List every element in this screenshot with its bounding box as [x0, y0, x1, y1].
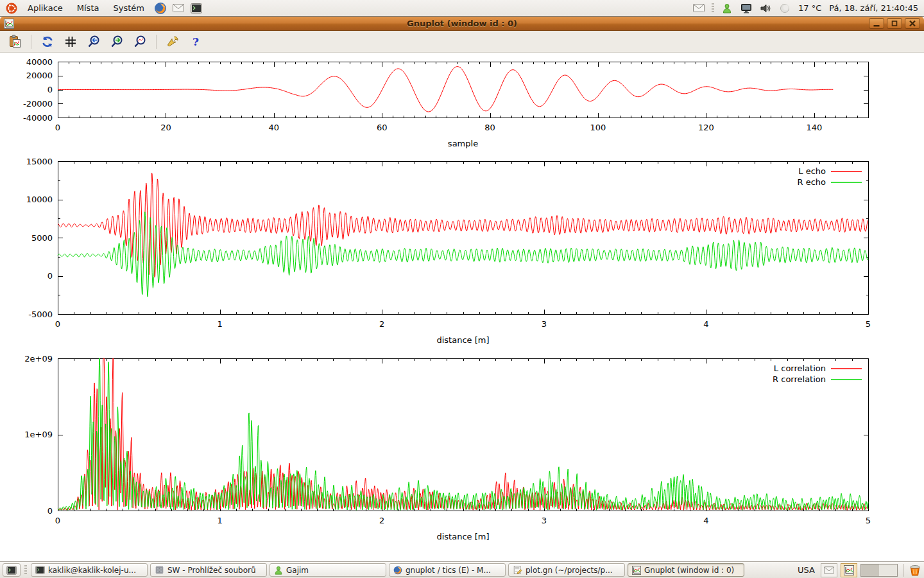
zoom-next-button[interactable] — [108, 33, 125, 50]
svg-text:R echo: R echo — [797, 177, 826, 187]
panel-left: Aplikace Místa Systém — [4, 1, 204, 16]
menu-system[interactable]: Systém — [107, 1, 150, 15]
taskbar-handle[interactable] — [24, 565, 27, 575]
copy-plot-button[interactable] — [6, 33, 23, 50]
task-label: Gajim — [286, 566, 382, 575]
configure-button[interactable] — [164, 33, 181, 50]
svg-text:R correlation: R correlation — [773, 374, 826, 384]
firefox-icon[interactable] — [153, 1, 168, 16]
svg-text:2: 2 — [379, 516, 384, 525]
mail-notification-icon[interactable] — [691, 1, 706, 16]
svg-text:0: 0 — [47, 506, 53, 516]
toolbar-separator — [31, 35, 31, 49]
firefox-icon — [393, 566, 402, 575]
taskbar-separator — [903, 564, 903, 577]
svg-text:3: 3 — [542, 516, 547, 525]
taskbar-right: USA — [795, 563, 921, 577]
chart-correlation[interactable]: 01234501e+092e+09distance [m]L correlati… — [0, 353, 924, 546]
svg-text:1e+09: 1e+09 — [24, 430, 53, 439]
window-title: Gnuplot (window id : 0) — [0, 19, 924, 28]
svg-text:1: 1 — [217, 516, 222, 525]
gajim-tray-icon[interactable] — [719, 1, 735, 16]
svg-text:1: 1 — [217, 319, 222, 329]
gajim-icon — [274, 566, 283, 575]
help-button[interactable]: ? — [187, 33, 204, 50]
svg-text:0: 0 — [55, 319, 60, 329]
svg-text:2: 2 — [379, 319, 384, 329]
task-button-file-manager[interactable]: SW - Prohlížeč souborů — [150, 563, 267, 577]
svg-text:0: 0 — [47, 85, 53, 94]
svg-text:L echo: L echo — [798, 166, 826, 176]
task-button-gajim[interactable]: Gajim — [270, 563, 386, 577]
task-label: Gnuplot (window id : 0) — [644, 566, 740, 575]
applet-handle[interactable] — [712, 3, 714, 13]
svg-text:20: 20 — [160, 123, 171, 132]
svg-text:5: 5 — [866, 516, 871, 525]
toolbar-separator — [156, 35, 157, 49]
window-titlebar[interactable]: Gnuplot (window id : 0) — [0, 17, 924, 31]
svg-text:20000: 20000 — [26, 71, 53, 80]
zoom-region-button[interactable] — [132, 33, 148, 50]
chart-sample[interactable]: 020406080100120140-40000-200000200004000… — [0, 57, 924, 154]
help-icon: ? — [193, 35, 199, 48]
svg-text:0: 0 — [47, 271, 53, 281]
task-button-terminal[interactable]: kaklik@kaklik-kolej-u... — [31, 563, 148, 577]
display-icon[interactable] — [739, 1, 754, 16]
svg-text:40: 40 — [269, 123, 280, 132]
svg-text:sample: sample — [448, 139, 478, 148]
svg-text:-40000: -40000 — [23, 113, 53, 123]
svg-text:2e+09: 2e+09 — [24, 354, 53, 363]
svg-text:4: 4 — [703, 319, 708, 329]
svg-text:0: 0 — [55, 516, 60, 525]
temperature-label[interactable]: 17 °C — [796, 3, 823, 13]
workspace-1[interactable] — [861, 565, 879, 576]
keyboard-layout-indicator[interactable]: USA — [795, 565, 817, 575]
svg-text:100: 100 — [590, 123, 606, 132]
menu-applications[interactable]: Aplikace — [22, 1, 69, 15]
svg-text:3: 3 — [542, 319, 547, 329]
weather-icon[interactable] — [777, 1, 792, 16]
terminal-icon — [35, 566, 45, 574]
svg-text:4: 4 — [703, 516, 708, 525]
task-button-gnuplot[interactable]: Gnuplot (window id : 0) — [628, 563, 744, 577]
plot-canvas: 020406080100120140-40000-200000200004000… — [0, 53, 924, 561]
gnuplot-toolbar: ? — [0, 31, 924, 53]
workspace-switcher[interactable] — [860, 564, 898, 577]
menu-places[interactable]: Místa — [71, 1, 105, 15]
terminal-icon[interactable] — [189, 1, 204, 16]
refresh-button[interactable] — [39, 33, 56, 50]
taskbar: kaklik@kaklik-kolej-u... SW - Prohlížeč … — [0, 561, 924, 578]
panel-right: 17 °C Pá, 18. září, 21:40:45 — [691, 1, 920, 16]
clock-label[interactable]: Pá, 18. září, 21:40:45 — [827, 3, 920, 13]
task-button-firefox[interactable]: gnuplot / tics (E) - M... — [389, 563, 506, 577]
mail-icon[interactable] — [171, 1, 186, 16]
svg-text:60: 60 — [377, 123, 388, 132]
tray-mail-icon[interactable] — [821, 563, 837, 577]
task-label: gnuplot / tics (E) - M... — [406, 566, 501, 575]
zoom-previous-button[interactable] — [85, 33, 102, 50]
trash-icon[interactable] — [909, 565, 921, 576]
svg-text:80: 80 — [484, 123, 495, 132]
svg-text:10000: 10000 — [26, 195, 53, 204]
window-list-button[interactable] — [3, 563, 21, 577]
task-label: kaklik@kaklik-kolej-u... — [48, 566, 143, 575]
task-button-editor[interactable]: plot.gn (~/projects/p... — [508, 563, 625, 577]
svg-text:0: 0 — [55, 123, 60, 132]
svg-text:40000: 40000 — [26, 57, 53, 67]
grid-button[interactable] — [62, 33, 79, 50]
task-label: SW - Prohlížeč souborů — [167, 566, 262, 575]
svg-text:140: 140 — [806, 123, 822, 132]
svg-text:distance [m]: distance [m] — [436, 532, 489, 541]
gnuplot-icon — [632, 566, 641, 575]
svg-text:5000: 5000 — [31, 233, 53, 243]
chart-echo[interactable]: 012345-5000050001000015000distance [m]L … — [0, 156, 924, 349]
gnome-top-panel: Aplikace Místa Systém — [0, 0, 924, 17]
file-manager-icon — [155, 566, 164, 574]
volume-icon[interactable] — [758, 1, 773, 16]
workspace-2[interactable] — [879, 565, 897, 576]
task-label: plot.gn (~/projects/p... — [526, 566, 620, 575]
ubuntu-logo-icon[interactable] — [4, 1, 19, 16]
tray-gnuplot-icon[interactable] — [841, 563, 857, 577]
svg-text:L correlation: L correlation — [774, 363, 826, 373]
svg-text:120: 120 — [698, 123, 714, 132]
